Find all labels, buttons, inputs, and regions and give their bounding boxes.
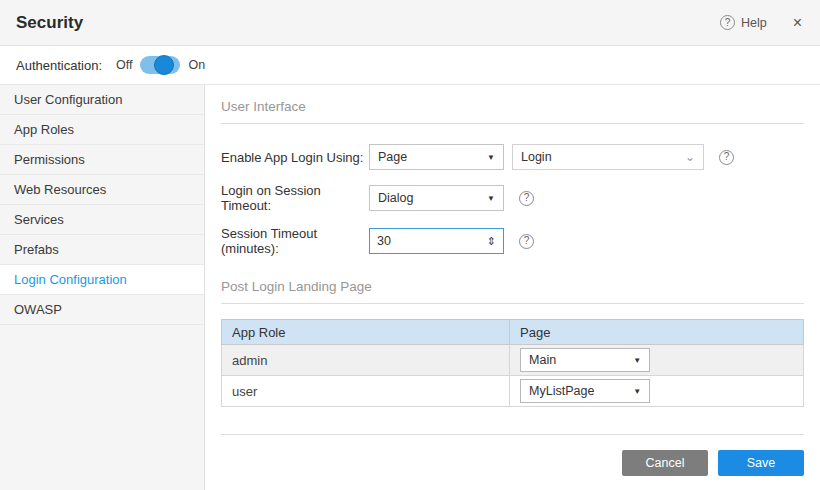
save-button[interactable]: Save	[718, 450, 804, 476]
close-icon[interactable]: ×	[793, 15, 802, 31]
session-timeout-minutes-label: Session Timeout (minutes):	[221, 226, 369, 256]
table-row: user MyListPage ▼	[222, 376, 804, 407]
help-icon[interactable]: ?	[719, 150, 734, 165]
cancel-button[interactable]: Cancel	[622, 450, 708, 476]
table-header-row: App Role Page	[222, 320, 804, 345]
caret-down-icon: ▼	[633, 387, 641, 396]
help-icon[interactable]: ?	[519, 234, 534, 249]
sidebar-item-owasp[interactable]: OWASP	[0, 295, 204, 325]
footer-buttons: Cancel Save	[221, 450, 804, 476]
sidebar-item-prefabs[interactable]: Prefabs	[0, 235, 204, 265]
user-page-select[interactable]: MyListPage ▼	[520, 379, 650, 403]
sidebar-item-user-configuration[interactable]: User Configuration	[0, 85, 204, 115]
post-login-section: Post Login Landing Page App Role Page ad…	[221, 279, 804, 407]
help-button[interactable]: ? Help	[720, 15, 767, 30]
authentication-label: Authentication:	[16, 58, 102, 73]
stepper-icon[interactable]: ⇕	[487, 235, 496, 248]
role-cell-admin: admin	[222, 345, 510, 376]
main-content: User Interface Enable App Login Using: P…	[205, 85, 820, 490]
sidebar-item-login-configuration[interactable]: Login Configuration	[0, 265, 204, 295]
login-page-value: Login	[521, 150, 552, 164]
authentication-toggle[interactable]	[140, 56, 180, 74]
session-timeout-type-select[interactable]: Dialog ▼	[369, 185, 504, 211]
sidebar-item-services[interactable]: Services	[0, 205, 204, 235]
dialog-footer: Cancel Save	[221, 434, 804, 476]
login-type-select[interactable]: Page ▼	[369, 144, 504, 170]
page-cell: MyListPage ▼	[510, 376, 804, 407]
section-title-post-login: Post Login Landing Page	[221, 279, 804, 294]
sidebar-item-web-resources[interactable]: Web Resources	[0, 175, 204, 205]
form-row-enable-app-login: Enable App Login Using: Page ▼ Login ⌄ ?	[221, 144, 804, 170]
settings-sidebar: User Configuration App Roles Permissions…	[0, 85, 205, 490]
session-timeout-type-value: Dialog	[378, 191, 413, 205]
user-interface-form: Enable App Login Using: Page ▼ Login ⌄ ?…	[221, 144, 804, 269]
toggle-knob	[154, 55, 174, 75]
admin-page-select[interactable]: Main ▼	[520, 348, 650, 372]
section-divider	[221, 303, 804, 304]
sidebar-item-permissions[interactable]: Permissions	[0, 145, 204, 175]
footer-divider	[221, 434, 804, 435]
caret-down-icon: ▼	[487, 194, 495, 203]
toggle-on-label: On	[188, 58, 205, 72]
help-icon[interactable]: ?	[519, 191, 534, 206]
page-title: Security	[16, 13, 83, 33]
section-divider	[221, 123, 804, 124]
session-timeout-input[interactable]: 30 ⇕	[369, 228, 504, 254]
section-title-user-interface: User Interface	[221, 99, 804, 114]
login-page-combo[interactable]: Login ⌄	[512, 144, 704, 170]
form-row-session-timeout-type: Login on Session Timeout: Dialog ▼ ?	[221, 183, 804, 213]
help-icon: ?	[720, 15, 735, 30]
chevron-down-icon: ⌄	[685, 154, 695, 160]
role-cell-user: user	[222, 376, 510, 407]
caret-down-icon: ▼	[487, 153, 495, 162]
caret-down-icon: ▼	[633, 356, 641, 365]
column-header-app-role: App Role	[222, 320, 510, 345]
login-type-value: Page	[378, 150, 407, 164]
table-row: admin Main ▼	[222, 345, 804, 376]
dialog-body: User Configuration App Roles Permissions…	[0, 85, 820, 490]
authentication-row: Authentication: Off On	[0, 46, 820, 85]
page-cell: Main ▼	[510, 345, 804, 376]
form-row-session-timeout-minutes: Session Timeout (minutes): 30 ⇕ ?	[221, 226, 804, 256]
admin-page-value: Main	[529, 353, 556, 367]
toggle-off-label: Off	[116, 58, 132, 72]
session-timeout-type-label: Login on Session Timeout:	[221, 183, 369, 213]
security-dialog: Security ? Help × Authentication: Off On…	[0, 0, 820, 490]
enable-app-login-label: Enable App Login Using:	[221, 150, 369, 165]
post-login-table: App Role Page admin Main ▼	[221, 319, 804, 407]
column-header-page: Page	[510, 320, 804, 345]
user-page-value: MyListPage	[529, 384, 594, 398]
help-label: Help	[741, 16, 767, 30]
sidebar-item-app-roles[interactable]: App Roles	[0, 115, 204, 145]
dialog-header: Security ? Help ×	[0, 0, 820, 46]
session-timeout-value: 30	[377, 234, 391, 248]
